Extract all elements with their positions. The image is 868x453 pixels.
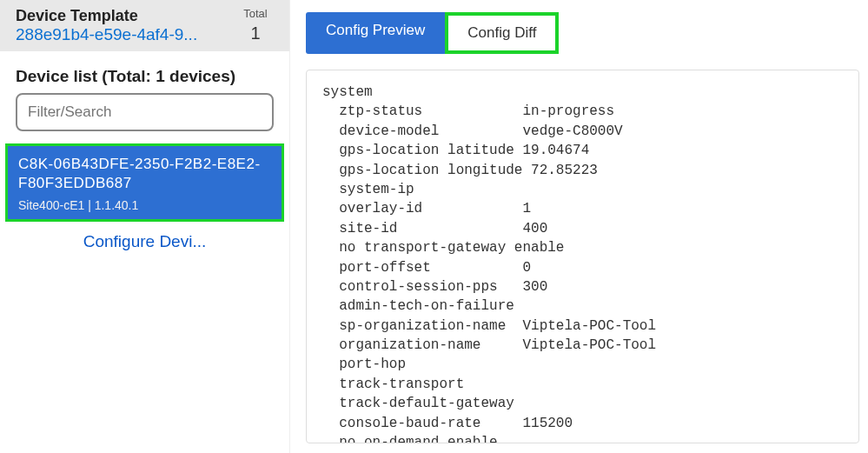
device-template-section: Device Template 288e91b4-e59e-4af4-9... …: [0, 0, 289, 51]
device-list-heading: Device list (Total: 1 devices): [16, 67, 274, 86]
total-label: Total: [234, 7, 277, 20]
config-preview-text: system ztp-status in-progress device-mod…: [306, 70, 859, 443]
main-panel: Config Preview Config Diff system ztp-st…: [290, 0, 868, 453]
configure-devices-link[interactable]: Configure Devi...: [0, 227, 289, 256]
tab-bar: Config Preview Config Diff: [306, 12, 859, 54]
template-label: Device Template: [16, 7, 234, 25]
device-card[interactable]: C8K-06B43DFE-2350-F2B2-E8E2-F80F3EDDB687…: [5, 143, 284, 222]
device-subtitle: Site400-cE1 | 1.1.40.1: [18, 198, 271, 212]
tab-config-preview[interactable]: Config Preview: [306, 12, 445, 54]
search-input[interactable]: [16, 93, 274, 131]
device-id: C8K-06B43DFE-2350-F2B2-E8E2-F80F3EDDB687: [18, 155, 271, 193]
template-total: Total 1: [234, 7, 277, 44]
tab-config-diff[interactable]: Config Diff: [445, 12, 559, 54]
template-link[interactable]: 288e91b4-e59e-4af4-9...: [16, 25, 197, 43]
sidebar: Device Template 288e91b4-e59e-4af4-9... …: [0, 0, 290, 453]
total-value: 1: [234, 23, 277, 43]
